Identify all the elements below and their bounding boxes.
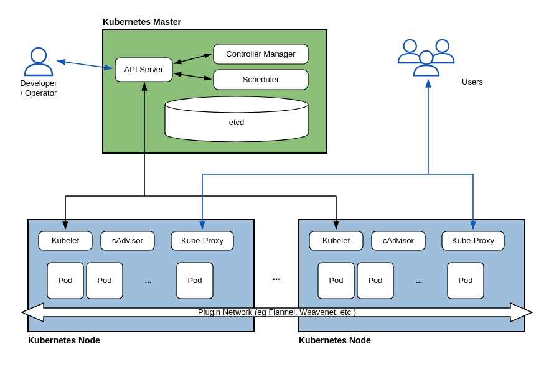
svg-point-6 (31, 48, 46, 63)
network-label: Plugin Network (eg Flannel, Weavenet, et… (198, 307, 356, 317)
etcd-label: etcd (229, 118, 245, 127)
node1-pod-ellipsis: ... (145, 276, 152, 285)
node1-pod1-label: Pod (58, 276, 72, 285)
node1-kubeproxy-label: Kube-Proxy (181, 236, 223, 245)
developer-label-2: / Operator (21, 88, 57, 98)
scheduler-label: Scheduler (243, 75, 279, 84)
node1-pod3-label: Pod (187, 276, 202, 285)
api-server-label: API Server (124, 65, 164, 74)
master-title: Kubernetes Master (103, 17, 182, 27)
svg-point-7 (404, 40, 416, 52)
node2-cadvisor-label: cAdvisor (383, 236, 415, 245)
users-label: Users (462, 77, 483, 86)
node2-pod-ellipsis: ... (416, 276, 423, 285)
developer-label-1: Developer (20, 78, 57, 88)
node1-cadvisor-label: cAdvisor (112, 236, 144, 245)
controller-manager-label: Controller Manager (226, 49, 296, 58)
svg-point-9 (420, 51, 433, 65)
node2-pod1-label: Pod (329, 276, 343, 285)
svg-point-8 (436, 40, 449, 52)
node2-pod3-label: Pod (458, 276, 472, 285)
node2-title: Kubernetes Node (299, 335, 371, 345)
node2-kubeproxy-label: Kube-Proxy (452, 236, 494, 245)
node2-kubelet-label: Kubelet (322, 236, 350, 245)
node1-kubelet-label: Kubelet (52, 236, 79, 245)
users-icon (398, 40, 454, 76)
node2-pod2-label: Pod (368, 276, 382, 285)
developer-icon (25, 48, 52, 75)
node1-title: Kubernetes Node (28, 335, 100, 345)
between-nodes-ellipsis: ... (272, 271, 280, 282)
node1-pod2-label: Pod (97, 276, 111, 285)
